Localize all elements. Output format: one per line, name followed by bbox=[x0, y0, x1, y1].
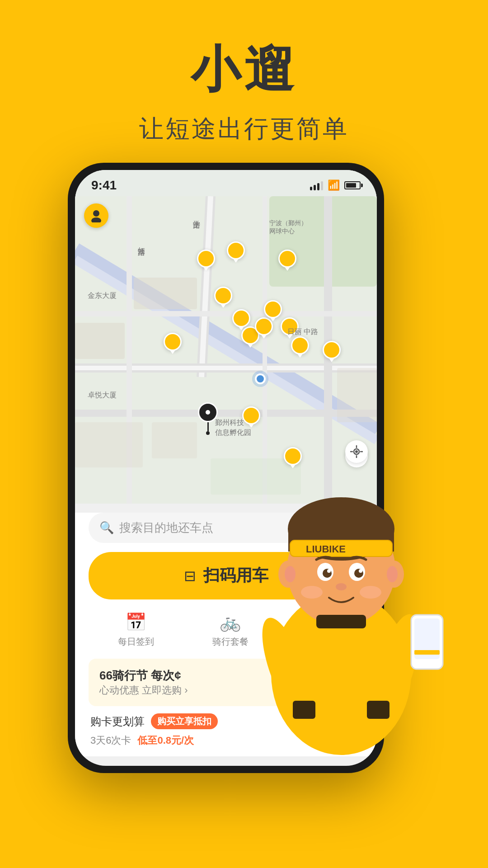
map-label-hongcao: 虹漕路 bbox=[136, 241, 146, 244]
svg-point-32 bbox=[384, 561, 404, 588]
svg-rect-18 bbox=[337, 368, 377, 422]
bike-marker[interactable] bbox=[284, 447, 302, 465]
bike-marker[interactable] bbox=[197, 250, 215, 268]
map-label-zhuoyue: 卓悦大厦 bbox=[88, 391, 117, 400]
card-purchase-row: 购卡更划算 购买立享抵扣 bbox=[89, 713, 363, 729]
recharge-label: 充值礼 bbox=[307, 636, 334, 648]
phone-mockup: 9:41 📶 bbox=[68, 163, 420, 832]
card-label: 购卡更划算 bbox=[90, 714, 145, 729]
quick-action-recharge[interactable]: 🎁 充值礼 bbox=[307, 612, 334, 648]
map-label-park: 鄞州科技信息孵化园 bbox=[215, 418, 251, 438]
header: 小遛 让短途出行更简单 bbox=[0, 0, 488, 164]
map-label-jindong: 金东大厦 bbox=[88, 291, 117, 301]
bike-marker[interactable] bbox=[323, 341, 341, 359]
bike-marker[interactable] bbox=[232, 309, 250, 327]
profile-button[interactable] bbox=[84, 203, 108, 228]
promo-banner[interactable]: 66骑行节 每次¢ 心动优惠 立即选购 › bbox=[89, 659, 363, 706]
scan-button[interactable]: ⊟ 扫码用车 bbox=[89, 552, 363, 599]
svg-rect-1 bbox=[269, 196, 377, 287]
svg-rect-51 bbox=[414, 650, 440, 655]
svg-rect-16 bbox=[152, 422, 197, 458]
search-placeholder: 搜索目的地还车点 bbox=[119, 520, 213, 536]
profile-icon bbox=[89, 209, 103, 222]
bike-marker[interactable] bbox=[291, 336, 309, 354]
recharge-icon: 🎁 bbox=[310, 612, 331, 632]
map-label-tennis: 宁波（鄞州）网球中心 bbox=[269, 219, 307, 235]
phone-frame: 9:41 📶 bbox=[68, 163, 384, 773]
user-location bbox=[255, 373, 266, 384]
locate-button[interactable] bbox=[345, 440, 368, 463]
svg-rect-15 bbox=[75, 422, 143, 467]
signal-icon bbox=[310, 180, 323, 190]
promo-title: 66骑行节 每次¢ bbox=[99, 668, 352, 684]
map-label-rili: 日丽 中路 bbox=[287, 327, 318, 337]
scan-button-label: 扫码用车 bbox=[203, 565, 268, 587]
svg-rect-14 bbox=[134, 278, 197, 309]
status-icons: 📶 bbox=[310, 179, 361, 191]
plan-price: 低至0.8元/次 bbox=[137, 734, 194, 747]
svg-point-26 bbox=[355, 450, 358, 453]
app-title: 小遛 bbox=[0, 36, 488, 104]
scan-icon: ⊟ bbox=[184, 567, 196, 585]
locate-icon bbox=[350, 445, 363, 458]
quick-action-checkin[interactable]: 📅 每日签到 bbox=[118, 612, 154, 648]
svg-rect-50 bbox=[414, 618, 440, 659]
quick-action-package[interactable]: 🚲 骑行套餐 bbox=[212, 612, 249, 648]
search-icon: 🔍 bbox=[99, 521, 114, 535]
svg-point-33 bbox=[387, 566, 398, 582]
plan-name: 3天6次卡 bbox=[90, 734, 131, 747]
bike-marker[interactable] bbox=[227, 241, 245, 259]
status-time: 9:41 bbox=[91, 178, 117, 193]
promo-subtitle: 心动优惠 立即选购 › bbox=[99, 684, 352, 697]
bottom-panel: 🔍 搜索目的地还车点 ⊟ 扫码用车 📅 每日签到 🚲 骑行套 bbox=[75, 513, 377, 756]
map-label-xueshi: 学士路 bbox=[192, 214, 201, 217]
phone-screen: 9:41 📶 bbox=[75, 170, 377, 766]
bike-marker[interactable] bbox=[278, 250, 296, 268]
package-label: 骑行套餐 bbox=[212, 636, 249, 648]
package-icon: 🚲 bbox=[220, 612, 241, 632]
checkin-icon: 📅 bbox=[125, 612, 146, 632]
svg-rect-49 bbox=[411, 615, 443, 669]
bike-marker[interactable] bbox=[164, 333, 182, 351]
app-subtitle: 让短途出行更简单 bbox=[0, 113, 488, 146]
plan-row: 3天6次卡 低至0.8元/次 bbox=[89, 734, 363, 747]
wifi-icon: 📶 bbox=[328, 179, 340, 191]
bike-marker[interactable] bbox=[264, 300, 282, 318]
battery-icon bbox=[344, 181, 361, 189]
bike-marker[interactable] bbox=[214, 287, 232, 305]
status-bar: 9:41 📶 bbox=[75, 170, 377, 196]
svg-rect-13 bbox=[75, 323, 125, 359]
svg-rect-17 bbox=[211, 458, 301, 495]
checkin-label: 每日签到 bbox=[118, 636, 154, 648]
search-bar[interactable]: 🔍 搜索目的地还车点 bbox=[89, 513, 363, 543]
map-area[interactable]: 金东大厦 日丽 中路 卓悦大厦 宁波（鄞州）网球中心 鄞州科技信息孵化园 学士路… bbox=[75, 196, 377, 504]
card-tag[interactable]: 购买立享抵扣 bbox=[151, 713, 218, 729]
quick-actions: 📅 每日签到 🚲 骑行套餐 🎁 充值礼 bbox=[89, 612, 363, 648]
svg-point-20 bbox=[91, 217, 101, 222]
svg-point-19 bbox=[93, 210, 99, 217]
